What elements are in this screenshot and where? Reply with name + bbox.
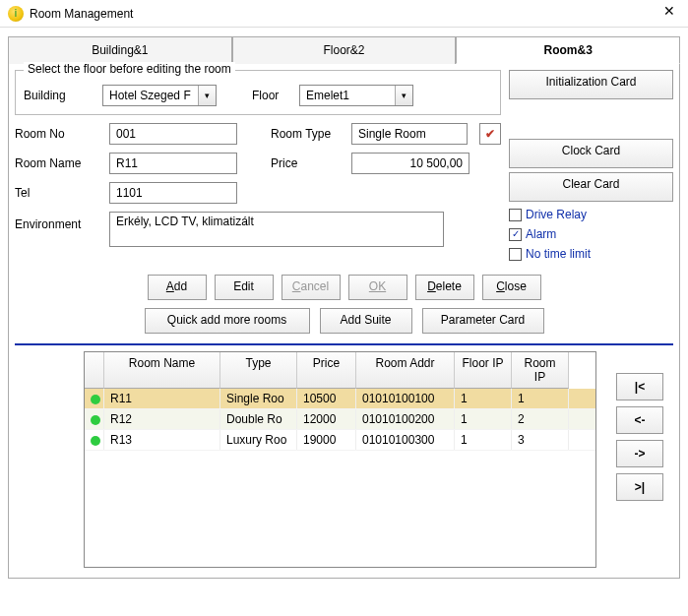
close-button[interactable]: Close xyxy=(482,275,541,300)
roomtype-check-icon[interactable]: ✔ xyxy=(479,123,501,145)
cell-type: Single Roo xyxy=(220,389,297,408)
no-time-limit-label: No time limit xyxy=(526,247,591,261)
table-row[interactable]: R13Luxury Roo190000101010030013 xyxy=(85,430,595,451)
price-input[interactable] xyxy=(351,153,469,174)
cell-price: 12000 xyxy=(297,409,356,429)
cell-roomip: 1 xyxy=(512,389,569,408)
building-label: Building xyxy=(24,89,94,102)
cell-price: 10500 xyxy=(297,389,356,408)
roomtype-label: Room Type xyxy=(271,127,344,141)
window-title: Room Management xyxy=(30,7,658,21)
nav-next-button[interactable]: -> xyxy=(616,440,663,467)
cell-type: Double Ro xyxy=(220,409,297,429)
table-row[interactable]: R11Single Roo105000101010010011 xyxy=(85,389,595,409)
roomno-input[interactable] xyxy=(109,123,237,145)
col-room-name[interactable]: Room Name xyxy=(104,352,220,389)
parameter-card-button[interactable]: Parameter Card xyxy=(422,308,544,334)
table-row[interactable]: R12Double Ro120000101010020012 xyxy=(85,409,595,430)
price-label: Price xyxy=(271,156,344,170)
col-addr[interactable]: Room Addr xyxy=(356,352,455,389)
drive-relay-label: Drive Relay xyxy=(526,208,587,221)
init-card-button[interactable]: Initialization Card xyxy=(509,70,673,99)
separator xyxy=(15,343,673,345)
roomtype-input[interactable] xyxy=(351,123,468,145)
nav-first-button[interactable]: |< xyxy=(616,373,663,400)
building-dropdown[interactable]: Hotel Szeged F ▾ xyxy=(102,85,217,106)
building-value: Hotel Szeged F xyxy=(103,87,198,104)
cell-addr: 01010100200 xyxy=(356,409,455,429)
tel-input[interactable] xyxy=(109,182,237,204)
tab-floor[interactable]: Floor&2 xyxy=(232,36,457,64)
roomno-label: Room No xyxy=(15,127,101,141)
drive-relay-check[interactable]: Drive Relay xyxy=(509,208,673,221)
group-label: Select the floor before editing the room xyxy=(24,62,235,76)
cell-price: 19000 xyxy=(297,430,356,450)
checkbox-icon: ✓ xyxy=(509,228,522,241)
cell-floorip: 1 xyxy=(455,430,512,450)
nav-buttons: |< <- -> >| xyxy=(616,373,663,568)
env-label: Environment xyxy=(15,212,101,231)
col-floorip[interactable]: Floor IP xyxy=(455,352,512,389)
app-icon: i xyxy=(8,6,24,22)
cell-roomip: 2 xyxy=(512,409,569,429)
checkbox-icon xyxy=(509,248,522,261)
cell-type: Luxury Roo xyxy=(220,430,297,450)
clear-card-button[interactable]: Clear Card xyxy=(509,172,673,202)
status-dot-icon xyxy=(91,395,100,404)
cell-roomip: 3 xyxy=(512,430,569,450)
edit-button[interactable]: Edit xyxy=(215,275,274,300)
rooms-table: Room Name Type Price Room Addr Floor IP … xyxy=(84,351,596,568)
tab-bar: Building&1 Floor&2 Room&3 xyxy=(8,35,680,64)
cancel-button[interactable]: Cancel xyxy=(281,275,341,300)
nav-last-button[interactable]: >| xyxy=(616,473,663,501)
tab-building[interactable]: Building&1 xyxy=(8,36,232,64)
roomname-label: Room Name xyxy=(15,156,101,170)
quick-add-button[interactable]: Quick add more rooms xyxy=(145,308,310,334)
chevron-down-icon: ▾ xyxy=(395,86,412,105)
delete-button[interactable]: Delete xyxy=(415,275,474,300)
tab-room[interactable]: Room&3 xyxy=(456,36,680,64)
table-header: Room Name Type Price Room Addr Floor IP … xyxy=(85,352,595,389)
cell-name: R13 xyxy=(104,430,220,450)
alarm-check[interactable]: ✓ Alarm xyxy=(509,227,673,241)
close-icon[interactable]: ✕ xyxy=(658,3,680,25)
cell-name: R12 xyxy=(104,409,220,429)
col-type[interactable]: Type xyxy=(220,352,297,389)
add-button[interactable]: Add xyxy=(148,275,207,300)
titlebar: i Room Management ✕ xyxy=(0,0,688,28)
tel-label: Tel xyxy=(15,186,101,200)
floor-value: Emelet1 xyxy=(300,87,395,104)
tab-content: Select the floor before editing the room… xyxy=(8,64,680,579)
clock-card-button[interactable]: Clock Card xyxy=(509,139,673,168)
status-dot-icon xyxy=(91,415,100,425)
floor-dropdown[interactable]: Emelet1 ▾ xyxy=(299,85,413,106)
nav-prev-button[interactable]: <- xyxy=(616,406,663,434)
roomname-input[interactable] xyxy=(109,153,237,174)
checkbox-icon xyxy=(509,209,522,221)
add-suite-button[interactable]: Add Suite xyxy=(320,308,412,334)
env-input[interactable] xyxy=(109,212,444,247)
alarm-label: Alarm xyxy=(526,227,556,241)
cell-addr: 01010100300 xyxy=(356,430,455,450)
no-time-limit-check[interactable]: No time limit xyxy=(509,247,673,261)
chevron-down-icon: ▾ xyxy=(198,86,216,105)
floor-select-group: Select the floor before editing the room… xyxy=(15,70,501,115)
floor-label: Floor xyxy=(252,89,291,102)
col-price[interactable]: Price xyxy=(297,352,356,389)
col-roomip[interactable]: Room IP xyxy=(512,352,569,389)
cell-floorip: 1 xyxy=(455,389,512,408)
status-dot-icon xyxy=(91,436,100,446)
cell-floorip: 1 xyxy=(455,409,512,429)
cell-addr: 01010100100 xyxy=(356,389,455,408)
cell-name: R11 xyxy=(104,389,220,408)
ok-button[interactable]: OK xyxy=(348,275,407,300)
